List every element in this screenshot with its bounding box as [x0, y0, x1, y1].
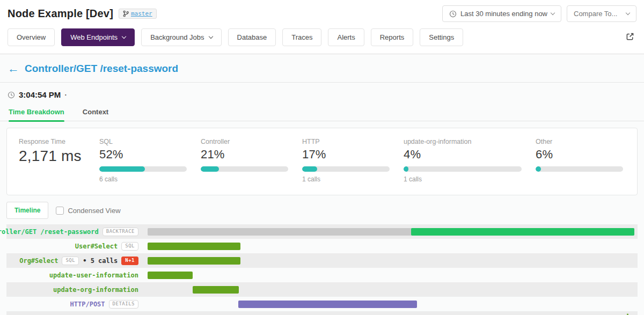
back-arrow[interactable]: ← — [8, 63, 19, 75]
clock-icon — [449, 10, 457, 18]
trace-timestamp: 3:04:54 PM — [19, 90, 61, 99]
metric-value: 17% — [302, 148, 390, 162]
branch-link[interactable]: master — [131, 10, 152, 17]
metric-value: 6% — [536, 148, 623, 162]
metric-calls — [536, 175, 623, 183]
metric-label: HTTP — [302, 138, 390, 145]
sql-badge[interactable]: SQL — [121, 242, 138, 251]
sql-badge[interactable]: SQL — [62, 257, 79, 265]
details-badge[interactable]: DETAILS — [109, 300, 138, 309]
nav-reports[interactable]: Reports — [371, 28, 414, 46]
primary-nav: Overview Web Endpoints Background Jobs D… — [8, 22, 636, 54]
condensed-view-label: Condensed View — [68, 207, 120, 215]
metric-update-org-information: update-org-information 4% 1 calls — [404, 138, 536, 183]
metric-label: update-org-information — [404, 138, 522, 145]
nav-background-jobs-label: Background Jobs — [150, 33, 204, 41]
nav-alerts[interactable]: Alerts — [328, 28, 364, 46]
custom-span-bar — [193, 286, 238, 294]
metric-value: 21% — [201, 148, 288, 162]
chevron-down-icon — [122, 34, 126, 39]
nav-background-jobs[interactable]: Background Jobs — [141, 28, 221, 46]
metric-label: Other — [536, 138, 623, 145]
timeline-row-org-select: Org#Select SQL • 5 calls N+1 — [6, 253, 638, 268]
metric-value: 52% — [99, 148, 187, 162]
metric-http: HTTP 17% 1 calls — [302, 138, 404, 183]
timeline-row-template-render: Template/Render — [6, 311, 638, 315]
metric-bar-track — [536, 166, 623, 172]
span-label: Controller/GET /reset-password — [0, 228, 99, 236]
metric-bar-fill — [201, 166, 219, 172]
metric-bar-track — [404, 166, 522, 172]
breadcrumb: ← Controller/GET /reset-password — [0, 54, 644, 83]
timeline-row-user-select: User#Select SQL — [6, 239, 638, 253]
metric-value: 2,171 ms — [19, 148, 85, 165]
metric-bar-fill — [404, 166, 408, 172]
metric-bar-fill — [99, 166, 145, 172]
time-breakdown-card: Response Time 2,171 ms SQL 52% 6 calls C… — [6, 128, 638, 195]
metric-other: Other 6% — [536, 138, 637, 183]
metric-label: Response Time — [19, 138, 85, 145]
nav-web-endpoints[interactable]: Web Endpoints — [61, 28, 135, 46]
nav-overview[interactable]: Overview — [8, 28, 55, 46]
call-count-note: • 5 calls — [83, 257, 118, 265]
sql-span-bar — [148, 257, 240, 265]
nav-database[interactable]: Database — [228, 28, 276, 46]
metric-bar-track — [302, 166, 390, 172]
trace-timestamp-row: 3:04:54 PM · — [0, 83, 644, 101]
controller-span-bar — [411, 228, 634, 236]
nav-web-endpoints-label: Web Endpoints — [70, 33, 118, 41]
span-label: Org#Select — [19, 257, 58, 265]
custom-span-bar — [148, 272, 193, 279]
time-range-dropdown[interactable]: Last 30 minutes ending now — [442, 5, 561, 22]
metric-bar-fill — [302, 166, 317, 172]
tab-context[interactable]: Context — [83, 108, 108, 121]
metric-bar-track — [99, 166, 187, 172]
backtrace-badge[interactable]: BACKTRACE — [103, 228, 138, 236]
span-label: HTTP/POST — [70, 301, 105, 308]
sql-span-bar — [148, 243, 240, 250]
metric-response-time: Response Time 2,171 ms — [19, 138, 99, 183]
condensed-view-checkbox[interactable] — [56, 207, 64, 215]
detail-tabs: Time Breakdown Context — [0, 101, 644, 121]
endpoint-title[interactable]: Controller/GET /reset-password — [25, 63, 178, 75]
span-label: User#Select — [75, 243, 118, 250]
timeline-row-update-user-information: update-user-information — [6, 268, 638, 282]
export-share-button[interactable] — [624, 30, 636, 45]
timeline-row-http-post: HTTP/POST DETAILS — [6, 297, 638, 311]
metric-controller: Controller 21% — [201, 138, 302, 183]
timeline-row-controller: Controller/GET /reset-password BACKTRACE — [6, 224, 638, 239]
condensed-view-toggle[interactable]: Condensed View — [56, 207, 120, 215]
export-icon — [626, 32, 634, 41]
compare-to-label: Compare To... — [574, 10, 617, 18]
app-title: Node Example [Dev] — [8, 8, 113, 20]
n-plus-one-badge[interactable]: N+1 — [121, 257, 138, 265]
metric-bar-track — [201, 166, 288, 172]
git-branch-chip[interactable]: master — [119, 9, 157, 19]
compare-to-dropdown[interactable]: Compare To... — [567, 5, 636, 22]
metric-calls — [201, 175, 288, 183]
chevron-down-icon — [208, 34, 213, 39]
metric-label: Controller — [201, 138, 288, 145]
timestamp-dot: · — [64, 91, 67, 99]
metric-sql: SQL 52% 6 calls — [99, 138, 201, 183]
nav-settings[interactable]: Settings — [420, 28, 463, 46]
metric-calls: 1 calls — [404, 175, 522, 183]
clock-icon — [8, 91, 15, 99]
span-label: update-user-information — [49, 272, 138, 279]
metric-value: 4% — [404, 148, 522, 162]
metric-bar-fill — [536, 166, 541, 172]
time-range-label: Last 30 minutes ending now — [460, 10, 547, 18]
git-branch-icon — [123, 10, 129, 17]
chevron-down-icon — [626, 11, 630, 15]
metric-calls: 1 calls — [302, 175, 390, 183]
timeline-row-update-org-information: update-org-information — [6, 282, 638, 297]
chevron-down-icon — [551, 11, 555, 15]
metric-calls: 6 calls — [99, 175, 187, 183]
top-header: Node Example [Dev] master Last 30 — [0, 0, 644, 54]
tab-time-breakdown[interactable]: Time Breakdown — [9, 108, 64, 121]
span-label: update-org-information — [53, 286, 138, 294]
nav-traces[interactable]: Traces — [282, 28, 321, 46]
timeline-tab[interactable]: Timeline — [6, 202, 48, 219]
metric-label: SQL — [99, 138, 187, 145]
http-span-bar — [238, 301, 418, 308]
